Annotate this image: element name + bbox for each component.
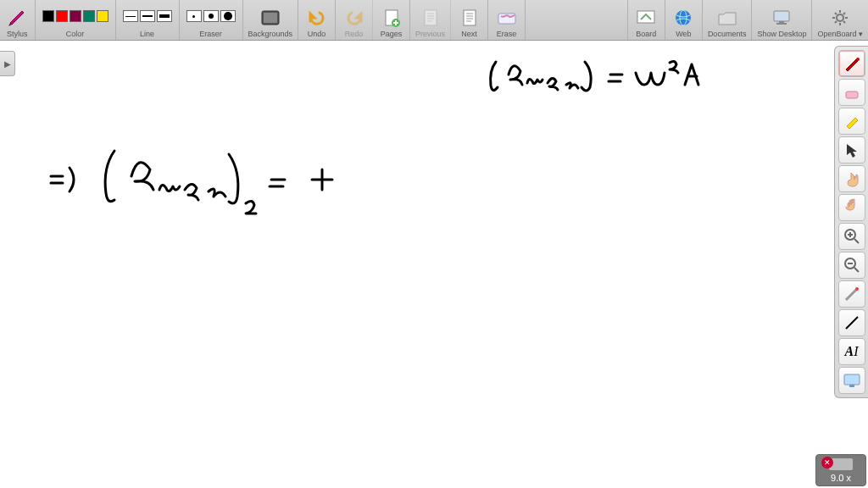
close-icon[interactable]: ✕ — [821, 457, 833, 469]
erase-icon — [497, 8, 517, 28]
capture-icon — [843, 372, 861, 389]
next-button[interactable]: Next — [451, 0, 488, 40]
erase-button[interactable]: Erase — [488, 0, 526, 40]
previous-icon — [420, 8, 441, 28]
laser-tool-button[interactable] — [838, 280, 865, 308]
highlighter-tool-button[interactable] — [838, 108, 865, 135]
previous-button[interactable]: Previous — [410, 0, 451, 40]
line-thin-icon[interactable] — [123, 10, 138, 22]
eraser-size-group[interactable]: Eraser — [180, 0, 243, 40]
pen-tool-button[interactable] — [838, 50, 865, 77]
color-label: Color — [66, 30, 85, 38]
whiteboard-canvas[interactable]: ▶ — [0, 41, 868, 488]
pointer-icon — [843, 141, 860, 158]
right-tool-panel: AI — [834, 46, 868, 398]
next-icon — [459, 8, 480, 28]
backgrounds-button[interactable]: Backgrounds — [243, 0, 299, 40]
text-tool-button[interactable]: AI — [838, 338, 865, 365]
eraser-tool-button[interactable] — [838, 79, 865, 106]
svg-rect-12 — [776, 23, 787, 25]
finger-tool-button[interactable] — [838, 165, 865, 192]
zoom-indicator[interactable]: ✕ 9.0 x — [815, 454, 866, 486]
finger-icon — [843, 169, 861, 188]
line-tool-button[interactable] — [838, 309, 865, 336]
zoom-in-button[interactable] — [838, 223, 865, 250]
gear-icon — [830, 8, 850, 28]
eraser-med-icon[interactable] — [203, 10, 219, 22]
color-swatch[interactable] — [83, 10, 95, 22]
board-button[interactable]: Board — [628, 0, 665, 40]
pen-icon — [843, 54, 861, 73]
line-thick-icon[interactable] — [157, 10, 172, 22]
zoom-out-button[interactable] — [838, 252, 865, 279]
show-desktop-button[interactable]: Show Desktop — [752, 0, 812, 40]
color-group[interactable]: Color — [36, 0, 116, 40]
svg-point-14 — [856, 58, 860, 61]
text-icon: AI — [845, 344, 859, 359]
svg-rect-10 — [774, 11, 789, 21]
board-icon — [636, 8, 656, 28]
top-toolbar: Stylus Color Line Eraser Backgrounds Und… — [0, 0, 868, 41]
redo-button[interactable]: Redo — [336, 0, 373, 40]
hand-icon — [843, 198, 861, 217]
svg-rect-4 — [425, 10, 437, 25]
color-swatch[interactable] — [97, 10, 108, 22]
web-button[interactable]: Web — [665, 0, 703, 40]
laser-icon — [843, 285, 861, 303]
pages-button[interactable]: Pages — [373, 0, 410, 40]
svg-rect-5 — [464, 10, 476, 25]
pages-icon — [381, 8, 402, 28]
eraser-small-icon[interactable] — [186, 10, 202, 22]
svg-point-18 — [855, 287, 859, 291]
eraser-tool-icon — [843, 83, 861, 102]
svg-point-13 — [837, 14, 843, 21]
undo-icon — [307, 8, 327, 28]
svg-point-8 — [676, 10, 691, 25]
color-swatch[interactable] — [56, 10, 68, 22]
toolbar-spacer — [526, 0, 628, 40]
eraser-label: Eraser — [199, 30, 222, 38]
color-swatch[interactable] — [42, 10, 54, 22]
web-icon — [673, 8, 693, 28]
capture-tool-button[interactable] — [838, 367, 865, 394]
svg-rect-19 — [844, 374, 860, 385]
line-group[interactable]: Line — [116, 0, 180, 40]
line-tool-icon — [843, 313, 861, 332]
zoom-in-icon — [843, 227, 861, 246]
documents-icon — [717, 8, 737, 28]
svg-rect-1 — [264, 13, 277, 23]
svg-rect-20 — [849, 385, 854, 387]
line-med-icon[interactable] — [140, 10, 155, 22]
pointer-tool-button[interactable] — [838, 136, 865, 164]
svg-rect-15 — [846, 92, 858, 98]
documents-button[interactable]: Documents — [703, 0, 753, 40]
color-swatch[interactable] — [70, 10, 81, 22]
svg-rect-7 — [637, 11, 654, 23]
chevron-down-icon: ▾ — [859, 30, 863, 38]
stylus-icon — [7, 6, 27, 26]
highlighter-icon — [843, 112, 861, 130]
zoom-out-icon — [843, 256, 861, 274]
svg-rect-11 — [779, 21, 784, 23]
zoom-value: 9.0 x — [831, 473, 851, 483]
stylus-label: Stylus — [7, 30, 28, 38]
openboard-menu-button[interactable]: OpenBoard ▾ — [812, 0, 868, 40]
line-label: Line — [140, 30, 154, 38]
handwriting-layer — [0, 41, 831, 481]
eraser-large-icon[interactable] — [220, 10, 236, 22]
undo-button[interactable]: Undo — [298, 0, 336, 40]
desktop-icon — [771, 8, 792, 28]
backgrounds-icon — [260, 8, 281, 28]
stylus-group[interactable]: Stylus — [0, 0, 36, 40]
hand-tool-button[interactable] — [838, 194, 865, 221]
redo-icon — [344, 8, 364, 28]
